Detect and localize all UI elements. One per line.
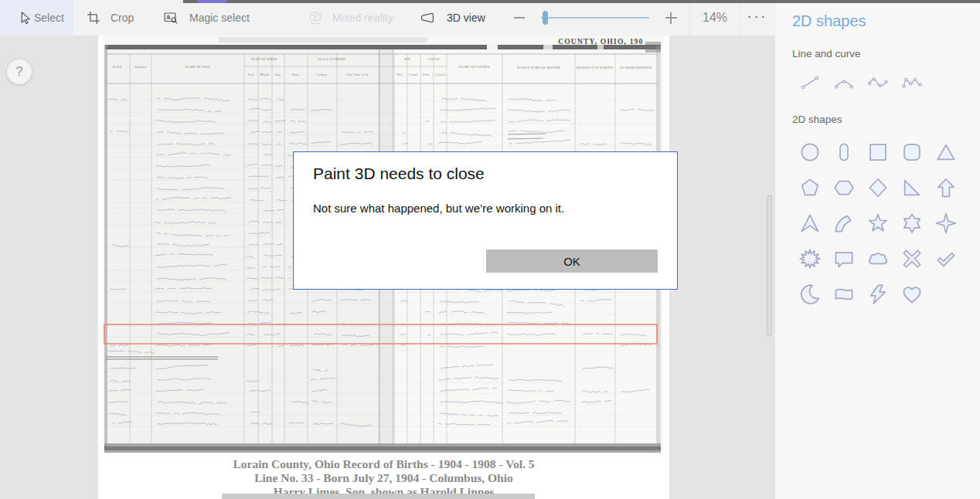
shape-diamond[interactable] (866, 176, 890, 199)
vertical-scrollbar-thumb[interactable] (767, 195, 772, 336)
svg-text:Number: Number (134, 65, 147, 69)
zoom-slider-track[interactable] (541, 17, 649, 19)
svg-text:State.: State. (292, 73, 300, 76)
section-label-2d-shapes: 2D shapes (792, 114, 842, 125)
check-icon (934, 247, 958, 270)
zoom-level-value[interactable]: 14% (689, 0, 740, 36)
image-caption: Lorain County, Ohio Record of Births - 1… (98, 457, 669, 499)
banner-icon (832, 283, 856, 306)
star-4-icon (934, 212, 958, 235)
shape-rounded-square[interactable] (900, 141, 924, 164)
tool-label: Select (34, 12, 64, 24)
shape-crescent[interactable] (798, 283, 822, 306)
svg-text:COUNTY, OHIO, 190 __: COUNTY, OHIO, 190 __ (558, 38, 655, 46)
oval-icon (832, 141, 856, 164)
selection-box[interactable] (104, 324, 658, 345)
circle-icon (798, 141, 822, 164)
horizontal-scrollbar-thumb[interactable] (222, 494, 535, 499)
zoom-out-button[interactable] (510, 0, 529, 36)
shape-pentagon[interactable] (798, 176, 822, 199)
tool-3d-view[interactable]: 3D view (420, 0, 485, 36)
shape-triangle[interactable] (934, 141, 958, 164)
shape-curved-arc[interactable] (832, 212, 856, 235)
shape-speech-bubble[interactable] (832, 247, 856, 270)
section-label-line-and-curve: Line and curve (792, 48, 861, 59)
tool-label: Crop (111, 12, 134, 24)
hexagon-icon (832, 176, 856, 199)
zoom-in-button[interactable] (662, 0, 680, 36)
shape-star-6[interactable] (900, 212, 924, 235)
tool-magic-select[interactable]: Magic select (163, 0, 250, 36)
heart-icon (900, 283, 924, 306)
shape-starburst[interactable] (798, 247, 822, 270)
shape-curve[interactable] (832, 73, 856, 93)
plus-icon (665, 12, 677, 24)
shape-double-wave[interactable] (900, 73, 924, 93)
help-button[interactable]: ? (7, 59, 32, 84)
svg-text:SEX: SEX (404, 57, 410, 61)
tool-select[interactable]: Select (17, 0, 64, 36)
wave-icon (866, 73, 890, 92)
star-5-icon (866, 212, 890, 235)
shape-wave[interactable] (866, 73, 890, 93)
shape-banner[interactable] (832, 283, 856, 306)
ok-button[interactable]: OK (486, 250, 658, 273)
svg-text:Colored.: Colored. (435, 73, 445, 76)
tool-crop[interactable]: Crop (86, 0, 134, 36)
svg-text:Female.: Female. (410, 73, 419, 76)
svg-text:Year.: Year. (247, 73, 254, 76)
shape-oval[interactable] (832, 141, 856, 164)
cross-icon (900, 247, 924, 270)
thought-bubble-icon (866, 247, 890, 270)
minus-icon (514, 17, 525, 19)
svg-text:County.: County. (317, 73, 328, 76)
shape-arrow-up[interactable] (934, 176, 958, 199)
2d-shapes-grid (798, 141, 958, 306)
svg-text:RESIDENCE OF PARENTS: RESIDENCE OF PARENTS (577, 66, 614, 70)
crop-icon (86, 10, 101, 25)
speech-bubble-icon (832, 247, 856, 270)
window-top-edge-accent (198, 0, 227, 3)
svg-text:NAME IN FULL: NAME IN FULL (185, 65, 211, 69)
crash-dialog: Paint 3D needs to close Not sure what ha… (293, 151, 678, 290)
svg-text:PLACE OF BIRTH: PLACE OF BIRTH (318, 57, 345, 61)
pentagon-icon (798, 176, 822, 199)
arrow-up-icon (934, 176, 958, 199)
shape-hexagon[interactable] (832, 176, 856, 199)
caption-line-1: Lorain County, Ohio Record of Births - 1… (98, 457, 669, 471)
diamond-icon (866, 176, 890, 199)
shape-heart[interactable] (900, 283, 924, 306)
more-options-button[interactable]: ··· (742, 0, 773, 36)
shape-square[interactable] (866, 141, 890, 164)
shape-circle[interactable] (798, 141, 822, 164)
caption-line-2: Line No. 33 - Born July 27, 1904 - Colum… (98, 471, 669, 485)
shape-check[interactable] (934, 247, 958, 270)
shape-arrowhead[interactable] (798, 212, 822, 235)
triangle-icon (934, 141, 958, 164)
shape-star-5[interactable] (866, 212, 890, 235)
lightning-icon (866, 283, 890, 306)
shape-right-triangle[interactable] (900, 176, 924, 199)
svg-text:BY WHOM REPORTED: BY WHOM REPORTED (620, 66, 652, 70)
dialog-message: Not sure what happened, but we’re workin… (313, 202, 564, 215)
magic-select-icon (163, 10, 179, 25)
rounded-square-icon (900, 141, 924, 164)
dialog-title: Paint 3D needs to close (313, 165, 485, 183)
3d-view-icon (420, 10, 435, 25)
shape-thought-bubble[interactable] (866, 247, 890, 270)
shape-star-4[interactable] (934, 212, 958, 235)
zoom-slider-thumb[interactable] (543, 11, 548, 25)
svg-text:COLOR: COLOR (427, 57, 439, 61)
tool-mixed-reality[interactable]: Mixed reality (308, 0, 393, 36)
svg-text:Male.: Male. (397, 73, 404, 76)
window-top-edge (183, 0, 980, 3)
line-icon (798, 73, 822, 92)
toolbar: 14% ··· SelectCropMagic selectMixed real… (0, 0, 775, 36)
shape-line[interactable] (798, 73, 822, 93)
shapes-panel: 2D shapes Line and curve 2D shapes (775, 0, 980, 499)
tool-label: Magic select (189, 12, 250, 24)
shape-cross[interactable] (900, 247, 924, 270)
starburst-icon (798, 247, 822, 270)
svg-text:Day.: Day. (275, 73, 281, 76)
shape-lightning[interactable] (866, 283, 890, 306)
